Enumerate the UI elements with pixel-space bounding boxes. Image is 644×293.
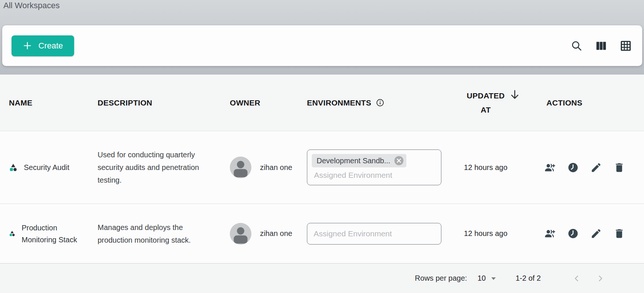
app-root: All Workspaces Create	[0, 0, 644, 293]
column-header-owner-label: OWNER	[230, 98, 260, 107]
view-columns-icon[interactable]	[595, 40, 607, 52]
delete-trash-icon[interactable]	[613, 162, 625, 173]
pagination-range: 1-2 of 2	[515, 274, 541, 283]
next-page-icon[interactable]	[595, 273, 606, 284]
cell-workspace-name[interactable]: Production Monitoring Stack	[0, 222, 98, 246]
cell-description: Manages and deploys the production monit…	[98, 221, 230, 246]
cell-actions	[521, 162, 644, 173]
environments-placeholder[interactable]: Assigned Environment	[312, 171, 437, 180]
updated-at-value: 12 hours ago	[464, 229, 508, 238]
column-header-actions-label: ACTIONS	[546, 98, 583, 107]
pagination-bar: Rows per page: 10 1-2 of 2	[0, 264, 644, 293]
edit-pencil-icon[interactable]	[590, 162, 602, 173]
person-add-icon[interactable]	[544, 162, 556, 173]
column-header-owner: OWNER	[230, 98, 307, 107]
owner-name: zihan one	[260, 163, 292, 172]
chip-remove-icon[interactable]	[394, 156, 404, 166]
updated-at-value: 12 hours ago	[464, 163, 508, 172]
column-header-at-label: AT	[480, 105, 491, 114]
column-header-updated-at[interactable]: UPDATED AT	[450, 89, 521, 117]
environment-chip: Development Sandb...	[312, 154, 406, 167]
toolbar-icons	[571, 40, 632, 52]
workspace-description: Manages and deploys the production monit…	[98, 221, 211, 246]
column-header-environments-label: ENVIRONMENTS	[307, 98, 371, 107]
column-header-name: NAME	[0, 98, 98, 107]
delete-trash-icon[interactable]	[613, 228, 625, 239]
workspace-name[interactable]: Security Audit	[24, 161, 69, 173]
search-icon[interactable]	[571, 40, 583, 52]
rows-per-page-value[interactable]: 10	[478, 274, 486, 283]
sort-arrow-down-icon[interactable]	[510, 89, 520, 100]
cell-actions	[521, 228, 644, 239]
cell-workspace-name[interactable]: Security Audit	[0, 161, 98, 173]
table-row: Production Monitoring Stack Manages and …	[0, 204, 644, 264]
column-header-name-label: NAME	[9, 98, 32, 107]
edit-pencil-icon[interactable]	[590, 228, 602, 239]
column-header-environments: ENVIRONMENTS	[307, 98, 450, 107]
cell-owner: zihan one	[230, 157, 307, 178]
column-header-actions: ACTIONS	[521, 98, 644, 107]
rows-per-page-label: Rows per page:	[415, 274, 467, 283]
column-header-description: DESCRIPTION	[98, 98, 230, 107]
environment-chip-label: Development Sandb...	[317, 157, 390, 165]
cell-updated-at: 12 hours ago	[450, 163, 521, 172]
previous-page-icon[interactable]	[571, 273, 582, 284]
history-clock-icon[interactable]	[567, 228, 579, 239]
cell-environments: Assigned Environment	[307, 223, 450, 245]
workspace-category-icon	[9, 163, 18, 172]
owner-avatar	[230, 157, 251, 178]
table-row: Security Audit Used for conducting quart…	[0, 131, 644, 204]
owner-avatar	[230, 223, 251, 245]
create-button-label: Create	[38, 41, 63, 51]
info-icon[interactable]	[376, 98, 384, 107]
toolbar-card: Create	[2, 25, 642, 66]
history-clock-icon[interactable]	[567, 162, 579, 173]
cell-owner: zihan one	[230, 223, 307, 245]
owner-name: zihan one	[260, 229, 292, 238]
page-header: All Workspaces Create	[0, 0, 644, 75]
column-header-updated-label: UPDATED	[467, 91, 505, 100]
create-button[interactable]: Create	[12, 35, 74, 56]
cell-updated-at: 12 hours ago	[450, 229, 521, 238]
cell-description: Used for conducting quarterly security a…	[98, 148, 230, 186]
rows-per-page-caret-icon[interactable]	[489, 274, 498, 283]
table-header-row: NAME DESCRIPTION OWNER ENVIRONMENTS UPDA…	[0, 75, 644, 131]
workspace-name[interactable]: Production Monitoring Stack	[22, 222, 84, 246]
plus-icon	[23, 41, 32, 50]
environments-placeholder[interactable]: Assigned Environment	[314, 229, 392, 238]
cell-environments: Development Sandb... Assigned Environmen…	[307, 149, 450, 185]
environments-select[interactable]: Development Sandb... Assigned Environmen…	[307, 149, 441, 185]
workspace-category-icon	[9, 230, 15, 237]
page-title: All Workspaces	[3, 1, 60, 10]
environments-select[interactable]: Assigned Environment	[307, 223, 441, 245]
grid-view-icon[interactable]	[620, 40, 632, 52]
workspace-description: Used for conducting quarterly security a…	[98, 148, 211, 186]
person-add-icon[interactable]	[544, 228, 556, 239]
column-header-description-label: DESCRIPTION	[98, 98, 152, 107]
